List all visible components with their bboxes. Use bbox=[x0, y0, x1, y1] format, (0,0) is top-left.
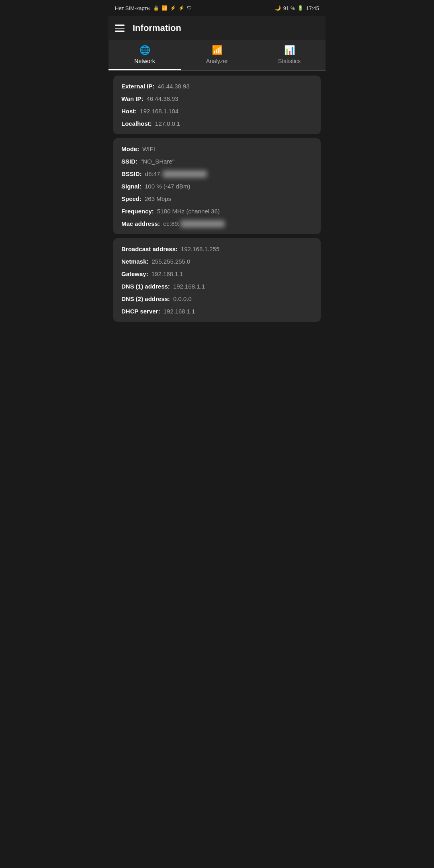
signal-value: 100 % (-47 dBm) bbox=[145, 183, 190, 190]
localhost-row: Localhost: 127.0.0.1 bbox=[121, 120, 313, 127]
usb-icon-2: ⚡ bbox=[178, 5, 184, 11]
dhcp-row: DHCP server: 192.168.1.1 bbox=[121, 308, 313, 315]
broadcast-row: Broadcast address: 192.168.1.255 bbox=[121, 246, 313, 252]
network-tab-icon: 🌐 bbox=[139, 45, 150, 55]
mac-prefix: ec:89: bbox=[163, 220, 180, 227]
shield-icon: 🛡 bbox=[187, 5, 192, 11]
bssid-prefix: d8:47: bbox=[145, 170, 162, 177]
bssid-label: BSSID: bbox=[121, 170, 142, 177]
host-label: Host: bbox=[121, 108, 137, 115]
status-left: Нет SIM-карты 🔒 📶 ⚡ ⚡ 🛡 bbox=[115, 5, 192, 11]
app-title: Information bbox=[133, 23, 181, 33]
ssid-value: "NO_SHare" bbox=[141, 158, 174, 165]
mac-address-row: Mac address: ec:89: ██████████ bbox=[121, 220, 313, 227]
dns1-row: DNS (1) address: 192.168.1.1 bbox=[121, 283, 313, 290]
netmask-value: 255.255.255.0 bbox=[152, 258, 190, 265]
no-sim-text: Нет SIM-карты bbox=[115, 5, 151, 11]
signal-label: Signal: bbox=[121, 183, 141, 190]
wan-ip-label: Wan IP: bbox=[121, 95, 143, 102]
menu-button[interactable] bbox=[115, 25, 125, 32]
moon-icon: 🌙 bbox=[275, 5, 281, 11]
tab-network[interactable]: 🌐 Network bbox=[108, 40, 181, 70]
mode-label: Mode: bbox=[121, 145, 139, 152]
broadcast-value: 192.168.1.255 bbox=[181, 246, 219, 252]
ip-info-card: External IP: 46.44.38.93 Wan IP: 46.44.3… bbox=[113, 76, 321, 134]
ssid-row: SSID: "NO_SHare" bbox=[121, 158, 313, 165]
mac-value-blurred: ██████████ bbox=[180, 220, 225, 227]
network-info-card: Broadcast address: 192.168.1.255 Netmask… bbox=[113, 238, 321, 322]
tab-analyzer-label: Analyzer bbox=[206, 58, 228, 64]
tab-statistics-label: Statistics bbox=[278, 58, 301, 64]
netmask-label: Netmask: bbox=[121, 258, 149, 265]
broadcast-label: Broadcast address: bbox=[121, 246, 178, 252]
localhost-label: Localhost: bbox=[121, 120, 152, 127]
speed-row: Speed: 263 Mbps bbox=[121, 195, 313, 202]
analyzer-tab-icon: 📶 bbox=[212, 45, 223, 55]
mode-row: Mode: WIFI bbox=[121, 145, 313, 152]
app-bar: Information bbox=[108, 16, 326, 40]
dns2-value: 0.0.0.0 bbox=[173, 295, 192, 302]
host-value: 192.168.1.104 bbox=[140, 108, 178, 115]
dns1-value: 192.168.1.1 bbox=[173, 283, 205, 290]
time-text: 17:45 bbox=[306, 5, 319, 11]
localhost-value: 127.0.0.1 bbox=[155, 120, 180, 127]
frequency-label: Frequency: bbox=[121, 208, 154, 215]
content-area: External IP: 46.44.38.93 Wan IP: 46.44.3… bbox=[108, 71, 326, 327]
usb-icon-1: ⚡ bbox=[170, 5, 176, 11]
dhcp-value: 192.168.1.1 bbox=[163, 308, 195, 315]
mac-address-label: Mac address: bbox=[121, 220, 160, 227]
bssid-row: BSSID: d8:47: ██████████ bbox=[121, 170, 313, 177]
gateway-label: Gateway: bbox=[121, 270, 148, 277]
gateway-value: 192.168.1.1 bbox=[151, 270, 183, 277]
wifi-status-icon: 📶 bbox=[162, 5, 168, 11]
external-ip-value: 46.44.38.93 bbox=[158, 83, 190, 90]
battery-icon: 🔋 bbox=[297, 5, 303, 11]
sim-icon: 🔒 bbox=[153, 5, 159, 11]
wan-ip-row: Wan IP: 46.44.38.93 bbox=[121, 95, 313, 102]
dns2-label: DNS (2) address: bbox=[121, 295, 170, 302]
external-ip-row: External IP: 46.44.38.93 bbox=[121, 83, 313, 90]
frequency-value: 5180 MHz (channel 36) bbox=[157, 208, 220, 215]
status-right: 🌙 91 % 🔋 17:45 bbox=[275, 5, 319, 11]
ssid-label: SSID: bbox=[121, 158, 137, 165]
tab-bar: 🌐 Network 📶 Analyzer 📊 Statistics bbox=[108, 40, 326, 71]
dhcp-label: DHCP server: bbox=[121, 308, 160, 315]
battery-text: 91 % bbox=[283, 5, 295, 11]
bssid-value-blurred: ██████████ bbox=[162, 170, 208, 177]
speed-value: 263 Mbps bbox=[145, 195, 171, 202]
signal-row: Signal: 100 % (-47 dBm) bbox=[121, 183, 313, 190]
speed-label: Speed: bbox=[121, 195, 141, 202]
frequency-row: Frequency: 5180 MHz (channel 36) bbox=[121, 208, 313, 215]
statistics-tab-icon: 📊 bbox=[284, 45, 295, 55]
external-ip-label: External IP: bbox=[121, 83, 155, 90]
status-bar: Нет SIM-карты 🔒 📶 ⚡ ⚡ 🛡 🌙 91 % 🔋 17:45 bbox=[108, 0, 326, 16]
tab-analyzer[interactable]: 📶 Analyzer bbox=[181, 40, 253, 70]
wifi-info-card: Mode: WIFI SSID: "NO_SHare" BSSID: d8:47… bbox=[113, 138, 321, 234]
dns1-label: DNS (1) address: bbox=[121, 283, 170, 290]
tab-network-label: Network bbox=[134, 58, 155, 64]
tab-statistics[interactable]: 📊 Statistics bbox=[253, 40, 326, 70]
host-row: Host: 192.168.1.104 bbox=[121, 108, 313, 115]
mode-value: WIFI bbox=[142, 145, 155, 152]
wan-ip-value: 46.44.38.93 bbox=[146, 95, 178, 102]
dns2-row: DNS (2) address: 0.0.0.0 bbox=[121, 295, 313, 302]
netmask-row: Netmask: 255.255.255.0 bbox=[121, 258, 313, 265]
gateway-row: Gateway: 192.168.1.1 bbox=[121, 270, 313, 277]
